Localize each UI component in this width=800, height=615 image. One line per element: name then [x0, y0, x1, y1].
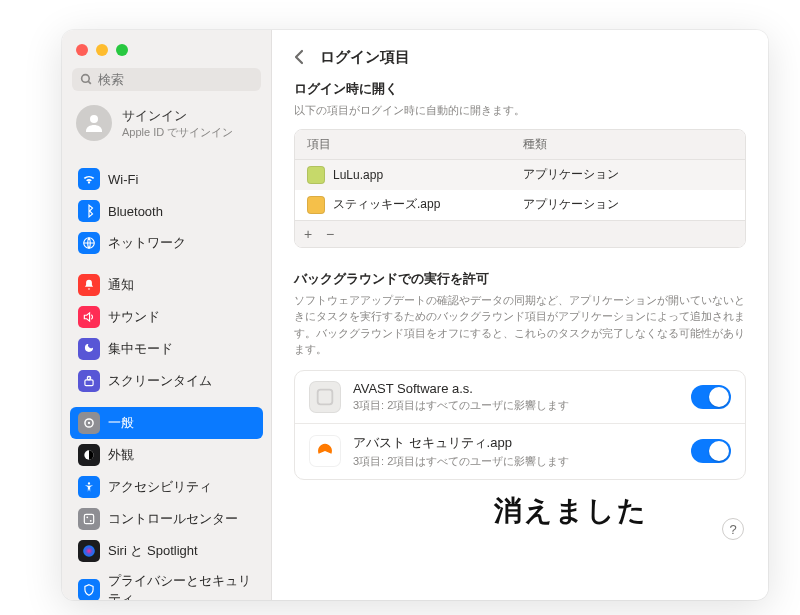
sidebar-item-controlcenter[interactable]: コントロールセンター	[70, 503, 263, 535]
svg-point-13	[83, 545, 95, 557]
sidebar-item-wifi[interactable]: Wi-Fi	[70, 163, 263, 195]
sidebar-item-label: アクセシビリティ	[108, 478, 212, 496]
login-items-subtext: 以下の項目がログイン時に自動的に開きます。	[294, 102, 746, 119]
main-panel: ログイン項目 ログイン時に開く 以下の項目がログイン時に自動的に開きます。 項目…	[272, 30, 768, 600]
svg-point-7	[88, 422, 90, 424]
settings-window: サインイン Apple ID でサインイン Wi-FiBluetoothネットワ…	[62, 30, 768, 600]
row-kind: アプリケーション	[511, 160, 745, 189]
remove-button[interactable]: −	[319, 223, 341, 245]
svg-line-1	[88, 81, 91, 84]
background-app-icon	[309, 435, 341, 467]
sidebar-item-label: Bluetooth	[108, 204, 163, 219]
background-toggle[interactable]	[691, 439, 731, 463]
sidebar-item-screentime[interactable]: スクリーンタイム	[70, 365, 263, 397]
background-list: AVAST Software a.s. 3項目: 2項目はすべてのユーザに影響し…	[294, 370, 746, 480]
background-heading: バックグラウンドでの実行を許可	[294, 270, 746, 288]
sidebar-item-label: スクリーンタイム	[108, 372, 212, 390]
siri-icon	[78, 540, 100, 562]
svg-point-2	[90, 115, 98, 123]
svg-point-11	[86, 516, 88, 518]
sidebar-item-sound[interactable]: サウンド	[70, 301, 263, 333]
close-window-button[interactable]	[76, 44, 88, 56]
svg-rect-4	[85, 380, 93, 386]
background-item-sub: 3項目: 2項目はすべてのユーザに影響します	[353, 398, 569, 413]
sidebar-item-label: Wi-Fi	[108, 172, 138, 187]
col-kind[interactable]: 種類	[511, 130, 745, 159]
login-items-section: ログイン時に開く 以下の項目がログイン時に自動的に開きます。 項目 種類 LuL…	[294, 80, 746, 248]
screentime-icon	[78, 370, 100, 392]
account-line1: サインイン	[122, 107, 233, 125]
table-row[interactable]: LuLu.appアプリケーション	[295, 160, 745, 190]
wifi-icon	[78, 168, 100, 190]
login-items-table: 項目 種類 LuLu.appアプリケーションスティッキーズ.appアプリケーショ…	[294, 129, 746, 248]
svg-point-12	[90, 520, 92, 522]
sidebar-item-appearance[interactable]: 外観	[70, 439, 263, 471]
search-field[interactable]	[72, 68, 261, 91]
background-subtext: ソフトウェアアップデートの確認やデータの同期など、アプリケーションが開いていない…	[294, 292, 746, 358]
background-app-icon	[309, 381, 341, 413]
sidebar-item-general[interactable]: 一般	[70, 407, 263, 439]
sidebar-item-siri[interactable]: Siri と Spotlight	[70, 535, 263, 567]
sidebar-item-label: 外観	[108, 446, 134, 464]
zoom-window-button[interactable]	[116, 44, 128, 56]
help-button[interactable]: ?	[722, 518, 744, 540]
svg-point-9	[88, 482, 90, 484]
controlcenter-icon	[78, 508, 100, 530]
background-item: アバスト セキュリティ.app 3項目: 2項目はすべてのユーザに影響します	[295, 424, 745, 479]
sidebar-item-network[interactable]: ネットワーク	[70, 227, 263, 259]
background-item-sub: 3項目: 2項目はすべてのユーザに影響します	[353, 454, 569, 469]
background-section: バックグラウンドでの実行を許可 ソフトウェアアップデートの確認やデータの同期など…	[294, 270, 746, 480]
background-item-text: アバスト セキュリティ.app 3項目: 2項目はすべてのユーザに影響します	[353, 434, 569, 469]
sidebar-item-accessibility[interactable]: アクセシビリティ	[70, 471, 263, 503]
app-icon	[307, 166, 325, 184]
sidebar-item-bell[interactable]: 通知	[70, 269, 263, 301]
sound-icon	[78, 306, 100, 328]
app-icon	[307, 196, 325, 214]
appearance-icon	[78, 444, 100, 466]
background-item-text: AVAST Software a.s. 3項目: 2項目はすべてのユーザに影響し…	[353, 381, 569, 413]
search-input[interactable]	[98, 72, 253, 87]
panel-title: ログイン項目	[320, 48, 410, 67]
table-row[interactable]: スティッキーズ.appアプリケーション	[295, 190, 745, 220]
sidebar-item-privacy[interactable]: プライバシーとセキュリティ	[70, 567, 263, 600]
sidebar-item-label: 集中モード	[108, 340, 173, 358]
back-button[interactable]	[288, 46, 310, 68]
general-icon	[78, 412, 100, 434]
bluetooth-icon	[78, 200, 100, 222]
sidebar-item-label: プライバシーとセキュリティ	[108, 572, 255, 600]
background-item: AVAST Software a.s. 3項目: 2項目はすべてのユーザに影響し…	[295, 371, 745, 424]
svg-rect-14	[318, 389, 333, 404]
background-item-name: AVAST Software a.s.	[353, 381, 569, 396]
svg-rect-10	[84, 514, 93, 523]
minimize-window-button[interactable]	[96, 44, 108, 56]
col-item[interactable]: 項目	[295, 130, 511, 159]
background-item-name: アバスト セキュリティ.app	[353, 434, 569, 452]
table-header: 項目 種類	[295, 130, 745, 160]
add-button[interactable]: +	[297, 223, 319, 245]
sidebar-item-bluetooth[interactable]: Bluetooth	[70, 195, 263, 227]
background-toggle[interactable]	[691, 385, 731, 409]
account-row[interactable]: サインイン Apple ID でサインイン	[62, 99, 271, 153]
sidebar-item-label: 一般	[108, 414, 134, 432]
window-controls	[62, 30, 271, 66]
sidebar-item-label: Siri と Spotlight	[108, 542, 198, 560]
sidebar-item-label: ネットワーク	[108, 234, 186, 252]
account-line2: Apple ID でサインイン	[122, 125, 233, 140]
network-icon	[78, 232, 100, 254]
sidebar-item-focus[interactable]: 集中モード	[70, 333, 263, 365]
sidebar-nav: Wi-FiBluetoothネットワーク通知サウンド集中モードスクリーンタイム一…	[62, 153, 271, 600]
avatar	[76, 105, 112, 141]
focus-icon	[78, 338, 100, 360]
search-icon	[80, 73, 93, 86]
sidebar-item-label: コントロールセンター	[108, 510, 238, 528]
sidebar-item-label: 通知	[108, 276, 134, 294]
row-kind: アプリケーション	[511, 190, 745, 219]
login-items-heading: ログイン時に開く	[294, 80, 746, 98]
bell-icon	[78, 274, 100, 296]
sidebar: サインイン Apple ID でサインイン Wi-FiBluetoothネットワ…	[62, 30, 272, 600]
privacy-icon	[78, 579, 100, 600]
svg-point-0	[82, 75, 90, 83]
account-text: サインイン Apple ID でサインイン	[122, 107, 233, 140]
panel-header: ログイン項目	[272, 30, 768, 80]
row-name: LuLu.app	[333, 168, 383, 182]
